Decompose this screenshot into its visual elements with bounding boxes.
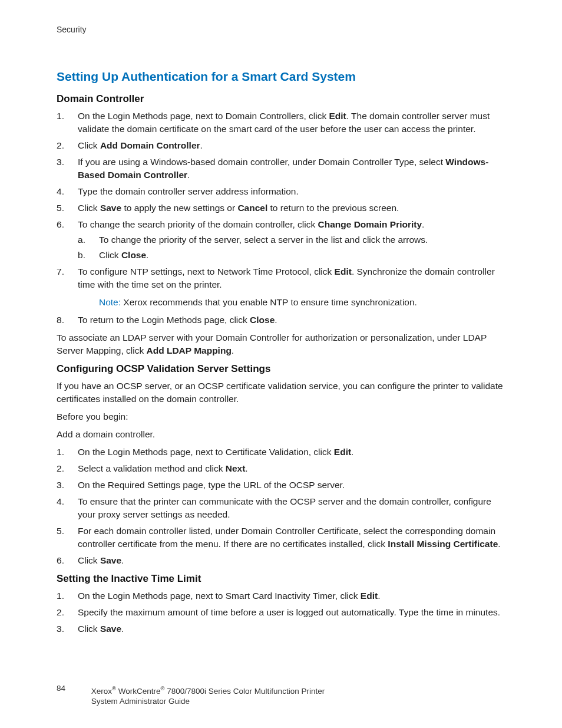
inactive-time-steps: On the Login Methods page, next to Smart…	[57, 589, 505, 635]
ocsp-steps: On the Login Methods page, next to Certi…	[57, 446, 505, 567]
text: .	[275, 315, 277, 325]
bold-text: Add LDAP Mapping	[146, 345, 231, 355]
footer-text: Xerox® WorkCentre® 7800/7800i Series Col…	[91, 683, 325, 707]
text: Xerox	[91, 686, 112, 695]
list-item: Click Save.	[57, 554, 505, 567]
text: Click	[99, 250, 121, 260]
text: Click	[78, 624, 100, 634]
list-item: On the Login Methods page, next to Domai…	[57, 110, 505, 136]
bold-text: Save	[100, 203, 121, 213]
bold-text: Edit	[334, 447, 351, 457]
list-item: To change the search priority of the dom…	[57, 218, 505, 262]
bold-text: Save	[100, 624, 121, 634]
ocsp-intro: If you have an OCSP server, or an OCSP c…	[57, 380, 505, 406]
document-page: Security Setting Up Authentication for a…	[0, 0, 562, 728]
note-text: Xerox recommends that you enable NTP to …	[123, 297, 417, 307]
list-item: On the Required Settings page, type the …	[57, 479, 505, 492]
list-item: To ensure that the printer can communica…	[57, 495, 505, 521]
page-footer: 84 Xerox® WorkCentre® 7800/7800i Series …	[57, 683, 325, 707]
bold-text: Install Missing Certificate	[388, 539, 498, 549]
page-title: Setting Up Authentication for a Smart Ca…	[57, 70, 505, 84]
list-item: To change the priority of the server, se…	[78, 233, 505, 246]
header-breadcrumb: Security	[57, 25, 505, 34]
list-item: On the Login Methods page, next to Smart…	[57, 589, 505, 602]
before-begin: Before you begin:	[57, 410, 505, 423]
note-label: Note:	[99, 297, 123, 307]
text: .	[245, 463, 247, 473]
text: .	[422, 219, 424, 229]
text: to apply the new settings or	[121, 203, 237, 213]
heading-ocsp: Configuring OCSP Validation Server Setti…	[57, 363, 505, 375]
text: To associate an LDAP server with your Do…	[57, 332, 487, 355]
text: Click	[78, 140, 100, 150]
text: to return to the previous screen.	[267, 203, 399, 213]
text: WorkCentre	[116, 686, 161, 695]
bold-text: Edit	[329, 111, 346, 121]
text: On the Login Methods page, next to Certi…	[78, 447, 334, 457]
list-item: To configure NTP settings, next to Netwo…	[57, 265, 505, 309]
bold-text: Close	[250, 315, 275, 325]
page-number: 84	[57, 683, 89, 694]
domain-controller-steps: On the Login Methods page, next to Domai…	[57, 110, 505, 327]
text: 7800/7800i Series Color Multifunction Pr…	[165, 686, 325, 695]
bold-text: Edit	[361, 591, 378, 601]
bold-text: Close	[121, 250, 146, 260]
list-item: Type the domain controller server addres…	[57, 185, 505, 198]
list-item: Select a validation method and click Nex…	[57, 462, 505, 475]
list-item: Click Add Domain Controller.	[57, 139, 505, 152]
bold-text: Save	[100, 555, 121, 565]
text: To change the search priority of the dom…	[78, 219, 318, 229]
bold-text: Next	[226, 463, 246, 473]
heading-domain-controller: Domain Controller	[57, 93, 505, 105]
list-item: To return to the Login Methods page, cli…	[57, 314, 505, 327]
text: To return to the Login Methods page, cli…	[78, 315, 250, 325]
text: .	[232, 345, 234, 355]
bold-text: Change Domain Priority	[318, 219, 422, 229]
text: Click	[78, 555, 100, 565]
text: .	[121, 555, 124, 565]
list-item: If you are using a Windows-based domain …	[57, 156, 505, 182]
list-item: Click Save to apply the new settings or …	[57, 202, 505, 215]
bold-text: Add Domain Controller	[100, 140, 200, 150]
text: If you are using a Windows-based domain …	[78, 157, 445, 167]
text: .	[121, 624, 124, 634]
text: System Administrator Guide	[91, 697, 190, 706]
heading-inactive-time: Setting the Inactive Time Limit	[57, 573, 505, 585]
registered-icon: ®	[112, 685, 116, 691]
text: .	[351, 447, 353, 457]
list-item: Click Close.	[78, 249, 505, 262]
bold-text: Cancel	[237, 203, 267, 213]
list-item: For each domain controller listed, under…	[57, 525, 505, 551]
list-item: On the Login Methods page, next to Certi…	[57, 446, 505, 459]
list-item: Specify the maximum amount of time befor…	[57, 606, 505, 619]
note: Note: Xerox recommends that you enable N…	[99, 296, 505, 309]
text: On the Login Methods page, next to Domai…	[78, 111, 329, 121]
text: .	[378, 591, 380, 601]
text: .	[187, 170, 190, 180]
text: Click	[78, 203, 100, 213]
text: To configure NTP settings, next to Netwo…	[78, 266, 335, 276]
ldap-mapping-text: To associate an LDAP server with your Do…	[57, 331, 505, 357]
text: .	[200, 140, 203, 150]
add-domain-controller-text: Add a domain controller.	[57, 428, 505, 441]
registered-icon: ®	[161, 685, 165, 691]
text: .	[146, 250, 148, 260]
list-item: Click Save.	[57, 622, 505, 635]
text: .	[498, 539, 500, 549]
text: On the Login Methods page, next to Smart…	[78, 591, 361, 601]
text: Select a validation method and click	[78, 463, 226, 473]
sub-steps: To change the priority of the server, se…	[78, 233, 505, 262]
bold-text: Edit	[335, 266, 352, 276]
